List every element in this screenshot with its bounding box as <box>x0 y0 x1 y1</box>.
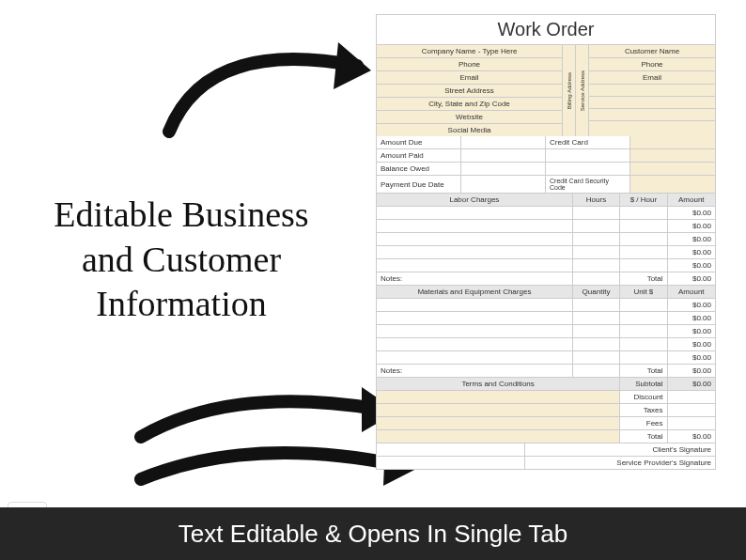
terms-body[interactable] <box>377 417 620 429</box>
company-city-field[interactable]: City, State and Zip Code <box>377 98 562 111</box>
terms-body[interactable] <box>377 430 620 443</box>
mat-desc[interactable] <box>377 299 573 311</box>
labor-amount: $0.00 <box>668 233 715 245</box>
arrow-icon <box>127 376 409 460</box>
mat-qty[interactable] <box>573 338 620 350</box>
arrow-icon <box>150 19 395 150</box>
labor-desc[interactable] <box>377 246 573 258</box>
labor-amount: $0.00 <box>668 207 715 219</box>
labor-amount: $0.00 <box>668 259 715 272</box>
customer-name-field[interactable]: Customer Name <box>589 45 715 58</box>
company-email-field[interactable]: Email <box>377 71 562 85</box>
mat-desc[interactable] <box>377 325 573 337</box>
amount-paid-value[interactable] <box>461 149 546 162</box>
cc-security-label: Credit Card Security Code <box>546 176 630 193</box>
mat-desc[interactable] <box>377 338 573 350</box>
mat-amount: $0.00 <box>668 338 715 350</box>
discount-value[interactable] <box>668 391 715 403</box>
amount-due-label: Amount Due <box>377 136 461 148</box>
balance-owed-label: Balance Owed <box>377 163 461 175</box>
labor-rate[interactable] <box>620 207 667 219</box>
blank-cell <box>573 272 620 285</box>
cc-value[interactable] <box>630 136 715 148</box>
amount-paid-label: Amount Paid <box>377 149 461 162</box>
mat-amount: $0.00 <box>668 351 715 364</box>
labor-hours[interactable] <box>573 220 620 232</box>
balance-owed-value[interactable] <box>461 163 546 175</box>
blank-cell[interactable] <box>630 163 715 175</box>
labor-notes-label: Notes: <box>377 272 573 285</box>
mat-qty[interactable] <box>573 351 620 364</box>
amount-header: Amount <box>668 286 715 298</box>
labor-rate[interactable] <box>620 233 667 245</box>
customer-blank-field[interactable] <box>589 97 715 109</box>
company-social-field[interactable]: Social Media <box>377 124 562 136</box>
mat-total-value: $0.00 <box>668 365 715 377</box>
labor-total-label: Total <box>620 272 667 285</box>
customer-email-field[interactable]: Email <box>589 71 715 85</box>
company-phone-field[interactable]: Phone <box>377 58 562 71</box>
billing-address-label: Billing Address <box>567 70 572 111</box>
company-street-field[interactable]: Street Address <box>377 85 562 98</box>
mat-qty[interactable] <box>573 312 620 324</box>
labor-rate[interactable] <box>620 259 667 272</box>
labor-rate[interactable] <box>620 220 667 232</box>
customer-blank-field[interactable] <box>589 121 715 133</box>
terms-body[interactable] <box>377 404 620 416</box>
total-label: Total <box>620 430 667 443</box>
mat-notes-label: Notes: <box>377 365 573 377</box>
sig-blank[interactable] <box>377 443 525 456</box>
customer-blank-field[interactable] <box>589 109 715 121</box>
labor-desc[interactable] <box>377 233 573 245</box>
mat-unit[interactable] <box>620 338 667 350</box>
work-order-sheet: Work Order Company Name - Type Here Phon… <box>376 14 716 470</box>
blank-cell <box>573 365 620 377</box>
mat-unit[interactable] <box>620 299 667 311</box>
provider-sig-label: Service Provider's Signature <box>525 457 715 469</box>
labor-hours[interactable] <box>573 233 620 245</box>
blank-cell[interactable] <box>546 163 630 175</box>
company-name-field[interactable]: Company Name - Type Here <box>377 45 562 58</box>
customer-blank-field[interactable] <box>589 85 715 97</box>
mat-desc[interactable] <box>377 351 573 364</box>
mat-unit[interactable] <box>620 351 667 364</box>
labor-hours[interactable] <box>573 207 620 219</box>
customer-phone-field[interactable]: Phone <box>589 58 715 71</box>
mat-unit[interactable] <box>620 312 667 324</box>
mat-amount: $0.00 <box>668 325 715 337</box>
labor-desc[interactable] <box>377 220 573 232</box>
amount-due-value[interactable] <box>461 136 546 148</box>
qty-header: Quantity <box>573 286 620 298</box>
blank-cell[interactable] <box>546 149 630 162</box>
payment-due-date-value[interactable] <box>461 176 546 193</box>
blank-cell[interactable] <box>630 149 715 162</box>
fees-value[interactable] <box>668 417 715 429</box>
mat-qty[interactable] <box>573 299 620 311</box>
client-sig-label: Client's Signature <box>525 443 715 456</box>
terms-body[interactable] <box>377 391 620 403</box>
mat-desc[interactable] <box>377 312 573 324</box>
subtotal-value: $0.00 <box>668 378 715 390</box>
labor-total-value: $0.00 <box>668 272 715 285</box>
sig-blank[interactable] <box>377 457 525 469</box>
labor-hours[interactable] <box>573 246 620 258</box>
company-website-field[interactable]: Website <box>377 111 562 124</box>
mat-qty[interactable] <box>573 325 620 337</box>
annotation-text: Editable Business and Customer Informati… <box>36 193 327 327</box>
materials-header: Materials and Equipment Charges <box>377 286 573 298</box>
bottom-banner: Text Editable & Opens In Single Tab <box>0 507 746 560</box>
amount-header: Amount <box>668 194 715 206</box>
mat-unit[interactable] <box>620 325 667 337</box>
cc-security-value[interactable] <box>630 176 715 193</box>
labor-rate[interactable] <box>620 246 667 258</box>
labor-hours[interactable] <box>573 259 620 272</box>
mat-amount: $0.00 <box>668 312 715 324</box>
labor-desc[interactable] <box>377 259 573 272</box>
labor-desc[interactable] <box>377 207 573 219</box>
info-block[interactable]: Company Name - Type Here Phone Email Str… <box>377 45 715 136</box>
sheet-title: Work Order <box>377 15 715 45</box>
taxes-value[interactable] <box>668 404 715 416</box>
mat-amount: $0.00 <box>668 299 715 311</box>
payment-due-date-label: Payment Due Date <box>377 176 461 193</box>
mat-total-label: Total <box>620 365 667 377</box>
